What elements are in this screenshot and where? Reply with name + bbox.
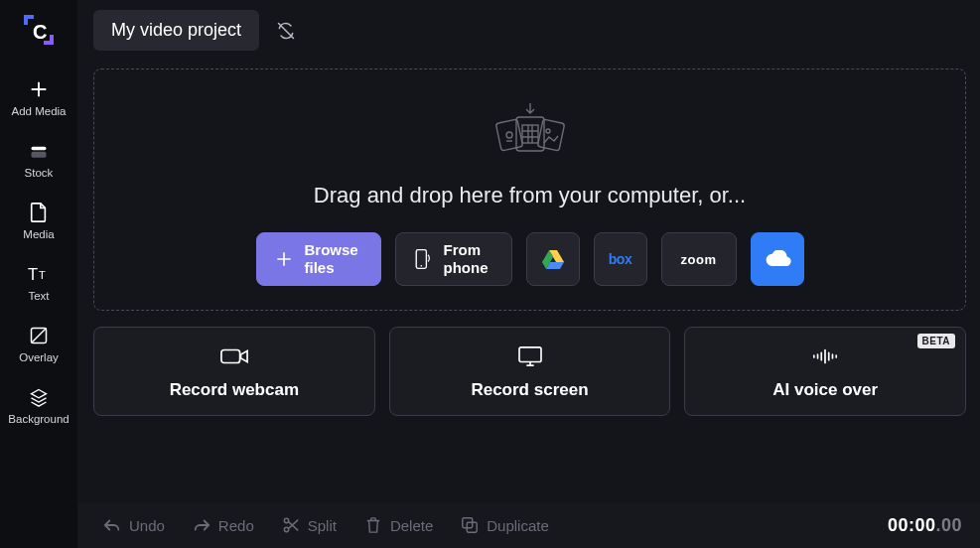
- ai-voiceover-card[interactable]: BETA AI voice over: [684, 327, 966, 416]
- dropzone-illustration-icon: [483, 101, 578, 167]
- beta-badge: BETA: [917, 334, 955, 348]
- from-phone-label: From phone: [444, 241, 495, 277]
- redo-label: Redo: [218, 517, 254, 534]
- clipchamp-logo-icon: C: [20, 11, 58, 49]
- timecode-fraction: .00: [935, 515, 962, 535]
- sidebar-item-add-media[interactable]: Add Media: [0, 68, 77, 129]
- app-root: C Add Media Stock Media TT Text: [0, 0, 980, 548]
- delete-button[interactable]: Delete: [354, 510, 443, 540]
- browse-files-label: Browse files: [305, 241, 364, 277]
- record-webcam-card[interactable]: Record webcam: [93, 327, 375, 416]
- sidebar: C Add Media Stock Media TT Text: [0, 0, 77, 548]
- delete-label: Delete: [390, 517, 433, 534]
- undo-label: Undo: [129, 517, 165, 534]
- screen-icon: [516, 342, 544, 370]
- project-title[interactable]: My video project: [93, 10, 259, 51]
- browse-files-button[interactable]: Browse files: [256, 232, 381, 286]
- dropzone-prompt: Drag and drop here from your computer, o…: [314, 183, 746, 208]
- svg-text:T: T: [28, 265, 38, 283]
- trash-icon: [364, 516, 382, 534]
- sidebar-item-text[interactable]: TT Text: [0, 252, 77, 314]
- google-drive-icon: [541, 248, 565, 270]
- title-bar: My video project: [93, 10, 966, 51]
- record-webcam-label: Record webcam: [170, 380, 299, 400]
- scissors-icon: [282, 516, 300, 534]
- voice-icon: [811, 342, 839, 370]
- from-phone-button[interactable]: From phone: [395, 232, 512, 286]
- google-drive-button[interactable]: [526, 232, 580, 286]
- media-dropzone[interactable]: Drag and drop here from your computer, o…: [93, 68, 966, 311]
- main-panel: My video project: [77, 0, 980, 548]
- svg-text:T: T: [39, 270, 46, 282]
- svg-rect-15: [519, 347, 541, 362]
- import-buttons-row: Browse files From phone box: [256, 232, 804, 286]
- duplicate-icon: [461, 516, 479, 534]
- split-label: Split: [308, 517, 337, 534]
- redo-button[interactable]: Redo: [183, 510, 264, 540]
- sidebar-item-label: Background: [8, 413, 69, 425]
- sidebar-item-label: Stock: [25, 167, 54, 179]
- svg-text:C: C: [33, 21, 47, 43]
- record-screen-label: Record screen: [471, 380, 588, 400]
- svg-rect-10: [522, 125, 538, 143]
- ai-voiceover-label: AI voice over: [772, 380, 878, 400]
- timecode-display: 00:00.00: [888, 515, 962, 536]
- app-logo[interactable]: C: [19, 10, 59, 50]
- plus-circle-icon: [273, 248, 295, 270]
- duplicate-button[interactable]: Duplicate: [451, 510, 559, 540]
- webcam-icon: [220, 342, 248, 370]
- sidebar-item-label: Add Media: [12, 105, 67, 117]
- svg-point-11: [546, 129, 550, 133]
- split-button[interactable]: Split: [272, 510, 347, 540]
- svg-rect-14: [221, 349, 240, 362]
- file-icon: [27, 201, 51, 224]
- undo-button[interactable]: Undo: [93, 510, 175, 540]
- sync-button[interactable]: [271, 16, 301, 46]
- record-row: Record webcam Record screen BETA AI voic…: [93, 327, 966, 416]
- sidebar-item-stock[interactable]: Stock: [0, 129, 77, 191]
- onedrive-button[interactable]: [751, 232, 804, 286]
- overlay-icon: [27, 324, 51, 347]
- sidebar-item-media[interactable]: Media: [0, 191, 77, 252]
- svg-point-13: [420, 265, 422, 267]
- sidebar-item-overlay[interactable]: Overlay: [0, 314, 77, 375]
- timecode-main: 00:00: [888, 515, 936, 535]
- svg-rect-1: [32, 147, 47, 150]
- zoom-button[interactable]: zoom: [661, 232, 737, 286]
- svg-point-9: [506, 132, 512, 138]
- svg-rect-8: [537, 119, 564, 151]
- layers-icon: [27, 385, 51, 409]
- undo-icon: [103, 516, 121, 534]
- sidebar-item-label: Overlay: [19, 351, 59, 363]
- phone-icon: [412, 248, 434, 270]
- box-button[interactable]: box: [594, 232, 647, 286]
- box-logo-icon: box: [609, 251, 631, 267]
- stock-icon: [27, 139, 51, 163]
- sidebar-item-label: Text: [28, 290, 49, 302]
- plus-icon: [27, 77, 51, 101]
- sync-off-icon: [276, 21, 296, 41]
- sidebar-item-label: Media: [23, 228, 54, 240]
- cloud-icon: [764, 250, 791, 268]
- record-screen-card[interactable]: Record screen: [389, 327, 671, 416]
- sidebar-item-background[interactable]: Background: [0, 375, 77, 437]
- duplicate-label: Duplicate: [487, 517, 549, 534]
- zoom-logo-icon: zoom: [681, 252, 717, 267]
- text-icon: TT: [27, 262, 51, 286]
- svg-rect-2: [32, 152, 47, 158]
- redo-icon: [193, 516, 210, 534]
- svg-rect-7: [495, 119, 522, 151]
- timeline-toolbar: Undo Redo Split Delete Duplicate 00:00.0…: [77, 502, 980, 548]
